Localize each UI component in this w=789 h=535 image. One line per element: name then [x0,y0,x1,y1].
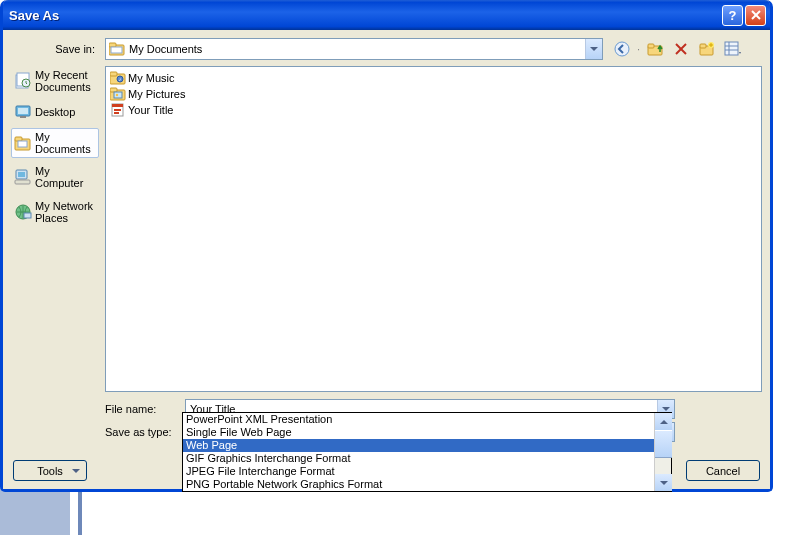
documents-icon [14,134,32,152]
delete-button[interactable] [670,38,692,60]
svg-point-5 [615,42,629,56]
folder-icon: ♪ [110,71,126,85]
chevron-down-icon [72,469,80,473]
svg-rect-33 [110,72,117,76]
svg-rect-43 [114,112,119,114]
up-one-level-button[interactable] [644,38,666,60]
svg-marker-17 [739,52,741,54]
file-name-label: File name: [105,403,185,415]
ppt-file-icon [110,103,126,117]
folder-icon [110,87,126,101]
help-button[interactable]: ? [722,5,743,26]
dropdown-option[interactable]: PNG Portable Network Graphics Format [183,478,671,491]
svg-rect-4 [111,47,122,53]
background-app-hint [0,488,789,535]
computer-icon [14,168,32,186]
sidebar-item-network[interactable]: My Network Places [11,197,99,227]
sidebar-item-label: My Documents [35,131,96,155]
file-label: My Music [128,72,174,84]
scroll-up-button[interactable] [655,413,672,430]
svg-rect-28 [18,172,25,177]
places-sidebar: My Recent Documents Desktop My Documents… [11,66,99,457]
sidebar-item-recent[interactable]: My Recent Documents [11,66,99,96]
close-button[interactable] [745,5,766,26]
sidebar-item-label: Desktop [35,106,75,118]
save-as-type-label: Save as type: [105,426,185,438]
back-button[interactable] [611,38,633,60]
sidebar-item-label: My Recent Documents [35,69,96,93]
sidebar-item-label: My Computer [35,165,96,189]
save-in-row: Save in: My Documents · [11,38,762,60]
dropdown-option[interactable]: Single File Web Page [183,426,671,439]
svg-rect-31 [24,213,31,218]
dropdown-option[interactable]: GIF Graphics Interchange Format [183,452,671,465]
combo-arrow-icon[interactable] [585,39,602,59]
save-in-combo[interactable]: My Documents [105,38,603,60]
separator: · [637,43,640,55]
file-label: Your Title [128,104,173,116]
scrollbar[interactable] [654,413,671,491]
sidebar-item-label: My Network Places [35,200,96,224]
list-item[interactable]: Your Title [109,102,758,118]
save-in-label: Save in: [11,43,105,55]
folder-icon [109,42,125,56]
toolbar-icons: · [611,38,744,60]
network-icon [14,203,32,221]
new-folder-button[interactable] [696,38,718,60]
dropdown-option[interactable]: Web Page [183,439,671,452]
svg-rect-3 [109,43,116,47]
tools-button[interactable]: Tools [13,460,87,481]
save-in-value: My Documents [129,43,202,55]
cancel-button[interactable]: Cancel [686,460,760,481]
views-button[interactable] [722,38,744,60]
svg-rect-25 [15,137,22,141]
svg-point-39 [116,94,118,96]
dropdown-option[interactable]: JPEG File Interchange Format [183,465,671,478]
svg-rect-23 [20,116,26,118]
svg-rect-42 [114,109,121,111]
sidebar-item-desktop[interactable]: Desktop [11,100,99,124]
file-label: My Pictures [128,88,185,100]
scroll-down-button[interactable] [655,474,672,491]
sidebar-item-computer[interactable]: My Computer [11,162,99,192]
titlebar: Save As ? [3,0,770,30]
file-list[interactable]: ♪ My Music My Pictures Your Title [105,66,762,392]
save-as-type-dropdown-list[interactable]: PowerPoint XML PresentationSingle File W… [182,412,672,492]
list-item[interactable]: My Pictures [109,86,758,102]
scroll-thumb[interactable] [655,430,672,458]
svg-rect-29 [15,180,30,184]
recent-icon [14,72,32,90]
dropdown-option[interactable]: PowerPoint XML Presentation [183,413,671,426]
svg-rect-26 [18,141,27,147]
dialog-title: Save As [9,8,720,23]
svg-rect-7 [648,44,654,48]
close-icon [751,10,761,20]
svg-rect-37 [110,88,117,92]
svg-rect-11 [700,44,706,48]
svg-rect-22 [18,108,28,114]
sidebar-item-documents[interactable]: My Documents [11,128,99,158]
list-item[interactable]: ♪ My Music [109,70,758,86]
desktop-icon [14,103,32,121]
svg-rect-41 [112,104,123,107]
svg-rect-13 [725,42,738,55]
